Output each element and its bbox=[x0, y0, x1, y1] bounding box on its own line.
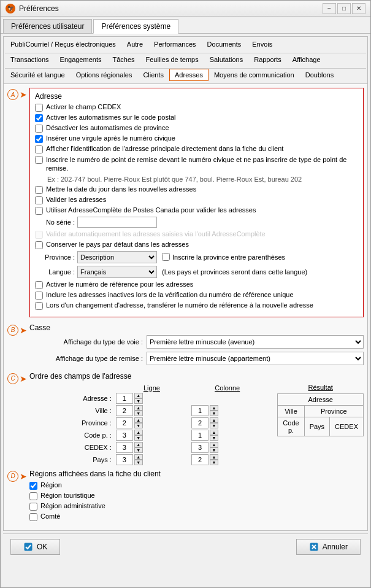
spinner-province-col-input[interactable] bbox=[191, 417, 208, 428]
tab-performances[interactable]: Performances bbox=[148, 38, 201, 50]
minimize-button[interactable]: − bbox=[323, 3, 336, 14]
tab-affichage[interactable]: Affichage bbox=[287, 53, 326, 66]
conserver-checkbox[interactable] bbox=[35, 241, 43, 249]
spinner-down[interactable]: ▼ bbox=[210, 423, 218, 428]
adresse-complete-label: Utiliser AdresseComplète de Postes Canad… bbox=[46, 206, 256, 214]
spinner-pays-ligne-input[interactable] bbox=[116, 454, 133, 465]
tab-autre[interactable]: Autre bbox=[121, 38, 148, 50]
tab-user-preferences[interactable]: Préférences utilisateur bbox=[3, 19, 92, 33]
spinner-up[interactable]: ▲ bbox=[134, 430, 143, 435]
spinner-province-ligne-input[interactable] bbox=[116, 417, 133, 428]
langue-note: (Les pays et provinces seront dans cette… bbox=[162, 268, 307, 276]
cancel-button[interactable]: Annuler bbox=[296, 539, 361, 555]
result-table: Adresse Ville Province Code p. Pays CEDE… bbox=[277, 393, 364, 436]
auto-postal-checkbox[interactable] bbox=[35, 114, 43, 122]
row-codep-label: Code p. : bbox=[29, 429, 114, 441]
section-c-marker: C ➤ bbox=[7, 373, 27, 384]
spinner-down[interactable]: ▼ bbox=[134, 460, 143, 465]
auto-valider-row: Valider automatiquement les adresses sai… bbox=[35, 230, 358, 239]
virgule-checkbox[interactable] bbox=[35, 135, 43, 143]
no-serie-row: No série : bbox=[35, 217, 358, 228]
tab-system-preferences[interactable]: Préférences système bbox=[93, 19, 178, 34]
spinner-up[interactable]: ▲ bbox=[210, 405, 218, 411]
point-remise-checkbox[interactable] bbox=[35, 156, 43, 164]
casse-remise-row: Affichage du type de remise : Première l… bbox=[29, 352, 364, 365]
tab-rapports[interactable]: Rapports bbox=[248, 53, 287, 66]
tab-salutations[interactable]: Salutations bbox=[204, 53, 248, 66]
row-cedex-label: CEDEX : bbox=[29, 441, 114, 454]
comte-checkbox[interactable] bbox=[29, 513, 37, 521]
spinner-down[interactable]: ▼ bbox=[134, 411, 143, 416]
row-adresse-label: Adresse : bbox=[29, 392, 114, 404]
spinner-cedex-col-input[interactable] bbox=[191, 442, 208, 453]
casse-remise-select[interactable]: Première lettre minuscule (appartement) bbox=[147, 352, 364, 365]
spinner-down[interactable]: ▼ bbox=[210, 435, 218, 441]
spinner-up[interactable]: ▲ bbox=[134, 405, 143, 411]
tab-transactions[interactable]: Transactions bbox=[5, 53, 55, 66]
spinner-up[interactable]: ▲ bbox=[210, 442, 218, 447]
spinner-down[interactable]: ▼ bbox=[210, 447, 218, 453]
province-parentheses-checkbox[interactable] bbox=[162, 253, 170, 261]
regions-title: Régions affichées dans la fiche du clien… bbox=[29, 470, 364, 478]
tab-securite[interactable]: Sécurité et langue bbox=[5, 69, 71, 81]
tab-moyens-communication[interactable]: Moyens de communication bbox=[208, 69, 300, 81]
title-bar: 🦅 Préférences − □ ✕ bbox=[1, 1, 370, 17]
tab-publiCourriel[interactable]: PubliCourriel / Reçus électroniques bbox=[5, 38, 121, 50]
tab-adresses[interactable]: Adresses bbox=[169, 69, 208, 81]
spinner-codep-ligne-input[interactable] bbox=[116, 430, 133, 441]
spinner-adresse-ligne-input[interactable] bbox=[116, 393, 133, 404]
checkbox-valider-row: Valider les adresses bbox=[35, 196, 358, 204]
spinner-pays-col-input[interactable] bbox=[191, 454, 208, 465]
checkbox-transferer-row: Lors d'un changement d'adresse, transfér… bbox=[35, 301, 358, 310]
date-jour-checkbox[interactable] bbox=[35, 186, 43, 194]
region-touristique-checkbox[interactable] bbox=[29, 492, 37, 500]
langue-select[interactable]: Français bbox=[77, 266, 157, 278]
region-checkbox[interactable] bbox=[29, 482, 37, 490]
tab-doublons[interactable]: Doublons bbox=[300, 69, 339, 81]
spinner-up[interactable]: ▲ bbox=[134, 442, 143, 447]
checkbox-auto-postal-row: Activer les automatismes sur le code pos… bbox=[35, 114, 358, 122]
spinner-down[interactable]: ▼ bbox=[134, 398, 143, 404]
tab-engagements[interactable]: Engagements bbox=[55, 53, 107, 66]
spinner-ville-ligne-input[interactable] bbox=[116, 405, 133, 416]
adresse-complete-checkbox[interactable] bbox=[35, 207, 43, 215]
spinner-up[interactable]: ▲ bbox=[134, 454, 143, 460]
ok-button[interactable]: OK bbox=[10, 539, 60, 555]
result-row-adresse: Adresse bbox=[278, 393, 364, 405]
spinner-down[interactable]: ▼ bbox=[134, 423, 143, 428]
auto-valider-checkbox[interactable] bbox=[35, 231, 43, 239]
maximize-button[interactable]: □ bbox=[337, 3, 351, 14]
spinner-down[interactable]: ▼ bbox=[210, 460, 218, 465]
spinner-up[interactable]: ▲ bbox=[210, 430, 218, 435]
tab-options-regionales[interactable]: Options régionales bbox=[71, 69, 138, 81]
tab-taches[interactable]: Tâches bbox=[107, 53, 140, 66]
auto-province-checkbox[interactable] bbox=[35, 125, 43, 133]
spinner-codep-col-input[interactable] bbox=[191, 430, 208, 441]
tab-documents[interactable]: Documents bbox=[202, 38, 247, 50]
section-b-container: B ➤ Casse Affichage du type de voie : Pr… bbox=[7, 323, 364, 368]
auto-province-label: Désactiver les automatismes de province bbox=[46, 124, 169, 131]
province-select[interactable]: Description bbox=[77, 251, 157, 263]
inactives-checkbox[interactable] bbox=[35, 292, 43, 300]
region-admin-checkbox[interactable] bbox=[29, 503, 37, 511]
valider-checkbox[interactable] bbox=[35, 196, 43, 204]
spinner-ville-col-input[interactable] bbox=[191, 405, 208, 416]
spinner-cedex-ligne-input[interactable] bbox=[116, 442, 133, 453]
close-button[interactable]: ✕ bbox=[352, 3, 365, 14]
spinner-up[interactable]: ▲ bbox=[134, 417, 143, 423]
spinner-down[interactable]: ▼ bbox=[134, 447, 143, 453]
tab-envois[interactable]: Envois bbox=[247, 38, 278, 50]
casse-voie-select[interactable]: Première lettre minuscule (avenue) bbox=[147, 335, 364, 349]
tab-clients[interactable]: Clients bbox=[137, 69, 169, 81]
spinner-up[interactable]: ▲ bbox=[134, 393, 143, 398]
identification-checkbox[interactable] bbox=[35, 145, 43, 153]
spinner-up[interactable]: ▲ bbox=[210, 454, 218, 460]
tab-feuilles-temps[interactable]: Feuilles de temps bbox=[140, 53, 204, 66]
no-serie-input[interactable] bbox=[77, 217, 157, 228]
transferer-checkbox[interactable] bbox=[35, 302, 43, 310]
spinner-up[interactable]: ▲ bbox=[210, 417, 218, 423]
spinner-down[interactable]: ▼ bbox=[210, 411, 218, 416]
ref-adresse-checkbox[interactable] bbox=[35, 281, 43, 289]
cedex-checkbox[interactable] bbox=[35, 104, 43, 112]
spinner-down[interactable]: ▼ bbox=[134, 435, 143, 441]
